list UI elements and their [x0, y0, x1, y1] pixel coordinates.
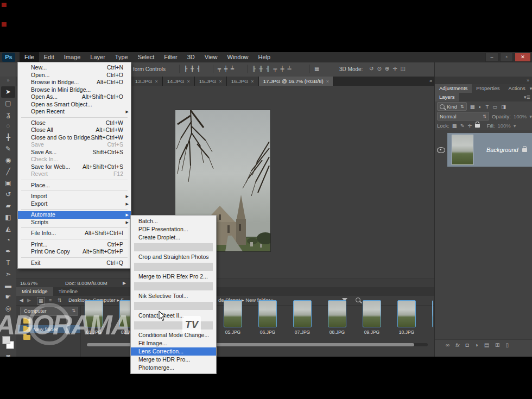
- opacity-value[interactable]: 100%: [514, 113, 527, 119]
- layer-group-icon[interactable]: ▤: [484, 342, 489, 348]
- file-menu-item[interactable]: [21, 257, 128, 258]
- layer-effects-icon[interactable]: fx: [455, 342, 459, 348]
- file-menu-item[interactable]: Revert F12: [18, 170, 131, 178]
- 3d-rotate-icon[interactable]: ↺: [369, 65, 373, 73]
- submenu-item[interactable]: Merge to HDR Efex Pro 2...: [131, 273, 216, 281]
- menu-bar-item[interactable]: Image: [59, 52, 86, 62]
- lock-pixels-icon[interactable]: ✎: [460, 123, 465, 129]
- menu-bar-item[interactable]: 3D: [182, 52, 200, 62]
- healing-brush-tool[interactable]: ◉: [1, 155, 15, 166]
- layer-row-selected[interactable]: Background: [447, 133, 532, 167]
- fill-value[interactable]: 100%: [497, 123, 510, 129]
- foreground-color-swatch[interactable]: [2, 336, 10, 344]
- align-bottom-edges-icon[interactable]: ┷: [231, 65, 234, 73]
- layer-thumbnail[interactable]: [452, 135, 473, 165]
- sort-icon[interactable]: ⇅: [58, 296, 62, 305]
- eye-icon[interactable]: [437, 147, 445, 153]
- 3d-drag-icon[interactable]: ⊕: [385, 65, 389, 73]
- close-tab-icon[interactable]: ×: [187, 79, 189, 84]
- filter-shape-layers-icon[interactable]: ▭: [492, 104, 497, 110]
- quick-selection-tool[interactable]: ◌: [1, 121, 15, 132]
- tab-overflow-icon[interactable]: »: [427, 77, 434, 86]
- file-menu-item[interactable]: Close All Alt+Ctrl+W: [18, 126, 131, 134]
- eraser-tool[interactable]: ▰: [1, 200, 15, 212]
- file-menu-item[interactable]: Close and Go to Bridge... Shift+Ctrl+W: [18, 134, 131, 142]
- submenu-item[interactable]: [134, 243, 213, 251]
- mini-bridge-tab[interactable]: Mini Bridge: [16, 287, 53, 296]
- thumbnail-image[interactable]: [258, 300, 277, 327]
- 3d-slide-icon[interactable]: ✛: [392, 65, 397, 73]
- file-menu-item[interactable]: [21, 239, 128, 239]
- 10.JPG[interactable]: 10.JPG: [397, 300, 416, 343]
- file-menu-item[interactable]: Browse in Mini Bridge...: [18, 86, 131, 94]
- pen-tool[interactable]: ✒: [1, 246, 15, 257]
- link-layers-icon[interactable]: ∞: [446, 342, 449, 348]
- thumbnail-image[interactable]: [85, 300, 103, 327]
- menu-bar-item[interactable]: File: [20, 52, 39, 62]
- submenu-item[interactable]: [134, 321, 213, 330]
- distribute-vcenter-icon[interactable]: ╫: [259, 65, 263, 73]
- 3d-roll-icon[interactable]: ⊙: [377, 65, 381, 73]
- history-brush-tool[interactable]: ↺: [1, 189, 15, 200]
- document-tab[interactable]: 14.JPG ×: [163, 77, 195, 86]
- align-horizontal-centers-icon[interactable]: ╂: [191, 65, 194, 73]
- submenu-item[interactable]: Crop and Straighten Photos: [131, 253, 216, 261]
- document-tab[interactable]: 15.JPG ×: [195, 77, 227, 86]
- file-menu-item[interactable]: Place...: [18, 182, 131, 189]
- marquee-tool[interactable]: ▢: [1, 98, 15, 109]
- crop-tool[interactable]: ╋: [1, 132, 15, 143]
- thumbnail-image[interactable]: [293, 300, 312, 327]
- shape-tool[interactable]: ▬: [1, 280, 15, 292]
- file-menu-item[interactable]: [21, 180, 128, 180]
- maximize-button[interactable]: ▫: [500, 53, 513, 62]
- submenu-item[interactable]: [134, 302, 213, 310]
- thumbnail-image[interactable]: [328, 300, 346, 327]
- file-menu-item[interactable]: Scripts ▶: [18, 219, 131, 226]
- color-swatches[interactable]: [2, 336, 14, 349]
- move-tool[interactable]: ➤: [1, 86, 15, 98]
- forward-icon[interactable]: ▶: [27, 296, 31, 305]
- document-tab[interactable]: 17.JPG @ 16.7% (RGB/8) ×: [259, 77, 334, 86]
- close-tab-icon[interactable]: ×: [219, 79, 221, 84]
- file-menu-item[interactable]: Export ▶: [18, 200, 131, 208]
- submenu-item[interactable]: [134, 282, 213, 290]
- file-menu-item[interactable]: Open... Ctrl+O: [18, 72, 131, 79]
- lock-position-icon[interactable]: ✛: [468, 123, 472, 129]
- filter-smart-objects-icon[interactable]: ◨: [501, 104, 506, 110]
- distribute-left-icon[interactable]: ╤: [273, 65, 277, 73]
- thumbnail-image[interactable]: [363, 300, 381, 327]
- layer-row[interactable]: Background: [435, 133, 532, 167]
- dodge-tool[interactable]: ◔: [1, 235, 15, 246]
- 08.JPG[interactable]: 08.JPG: [328, 300, 346, 343]
- panel-menu-icon[interactable]: ▾≣: [524, 93, 532, 102]
- clone-stamp-tool[interactable]: ▣: [1, 178, 15, 189]
- type-tool[interactable]: T: [1, 257, 15, 269]
- thumbnail-image[interactable]: [432, 300, 433, 327]
- lock-transparency-icon[interactable]: ▩: [452, 123, 457, 129]
- folder-item[interactable]: [18, 333, 80, 341]
- submenu-item[interactable]: Contact Sheet II...: [131, 312, 216, 320]
- 06.JPG[interactable]: 06.JPG: [258, 300, 277, 343]
- submenu-item[interactable]: Nik Selective Tool...: [131, 292, 216, 300]
- thumbnail-image[interactable]: [397, 300, 416, 327]
- file-menu-item[interactable]: Print One Copy Alt+Shift+Ctrl+P: [18, 248, 131, 256]
- align-left-edges-icon[interactable]: ┠: [184, 65, 187, 73]
- file-menu-item[interactable]: Print... Ctrl+P: [18, 241, 131, 249]
- toolbar-collapse-icon[interactable]: »: [0, 77, 16, 83]
- file-menu-item[interactable]: New... Ctrl+N: [18, 64, 131, 72]
- filter-type-layers-icon[interactable]: T: [485, 104, 489, 110]
- brush-tool[interactable]: ╱: [1, 166, 15, 178]
- submenu-item[interactable]: Conditional Mode Change...: [131, 331, 216, 339]
- distribute-right-icon[interactable]: ╧: [287, 65, 291, 73]
- visibility-cell[interactable]: [435, 133, 447, 167]
- quick-mask-button[interactable]: ◙: [1, 351, 15, 357]
- panel-tab[interactable]: Properties: [472, 84, 504, 93]
- delete-layer-icon[interactable]: ▯: [505, 342, 509, 348]
- file-menu-item[interactable]: Check In...: [18, 156, 131, 163]
- file-menu-item[interactable]: [21, 227, 128, 228]
- thumbnail-image[interactable]: [224, 300, 242, 327]
- status-menu-arrow-icon[interactable]: ▶: [123, 279, 126, 288]
- back-icon[interactable]: ◀: [20, 296, 23, 305]
- source-select[interactable]: Computer ⇅: [20, 307, 78, 316]
- 09.JPG[interactable]: 09.JPG: [363, 300, 381, 343]
